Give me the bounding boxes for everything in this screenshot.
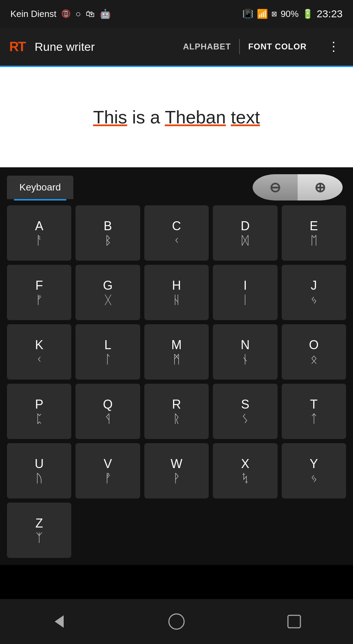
key-j[interactable]: Jᛃ	[282, 265, 346, 320]
key-rune-k: ᚲ	[36, 353, 43, 365]
key-rune-g: ᚷ	[105, 294, 111, 306]
key-letter-h: H	[172, 279, 181, 292]
key-rune-p: ᛈ	[36, 413, 43, 424]
text-display-area[interactable]: This is a Theban text	[0, 67, 353, 167]
key-rune-r: ᚱ	[173, 413, 180, 424]
key-y[interactable]: Yᛃ	[282, 443, 346, 498]
keyboard-grid: AᚨBᛒCᚲDᛞEᛖFᚠGᚷHᚺIᛁJᛃKᚲLᛚMᛗNᚾOᛟPᛈQᛩRᚱSᛊTᛏ…	[0, 202, 353, 565]
key-a[interactable]: Aᚨ	[7, 205, 71, 261]
key-w[interactable]: Wᚹ	[144, 443, 209, 498]
key-rune-u: ᚢ	[36, 472, 43, 484]
key-letter-l: L	[105, 339, 111, 351]
key-rune-d: ᛞ	[242, 234, 248, 246]
key-rune-h: ᚺ	[173, 294, 180, 306]
time-text: 23:23	[317, 8, 343, 20]
key-rune-c: ᚲ	[173, 234, 180, 246]
key-rune-y: ᛃ	[310, 472, 317, 484]
key-c[interactable]: Cᚲ	[144, 205, 209, 261]
key-letter-u: U	[35, 458, 44, 470]
key-v[interactable]: Vᚡ	[75, 443, 140, 498]
back-icon	[50, 613, 68, 631]
key-e[interactable]: Eᛖ	[282, 205, 346, 261]
key-rune-a: ᚨ	[36, 234, 43, 246]
alphabet-button[interactable]: ALPHABET	[175, 38, 239, 55]
toolbar-nav: ALPHABET FONT COLOR	[175, 38, 315, 55]
key-q[interactable]: Qᛩ	[75, 384, 140, 439]
key-u[interactable]: Uᚢ	[7, 443, 71, 498]
key-d[interactable]: Dᛞ	[213, 205, 277, 261]
recents-button[interactable]	[285, 613, 303, 631]
back-button[interactable]	[50, 613, 68, 631]
svg-marker-0	[55, 615, 64, 628]
key-letter-y: Y	[310, 458, 318, 470]
key-rune-j: ᛃ	[310, 294, 317, 306]
status-left: Kein Dienst 📵 ○ 🛍 🤖	[10, 9, 111, 19]
svg-point-1	[169, 614, 184, 629]
more-options-button[interactable]: ⋮	[322, 36, 346, 57]
nav-bar	[0, 599, 353, 644]
key-letter-e: E	[310, 220, 318, 232]
key-r[interactable]: Rᚱ	[144, 384, 209, 439]
zoom-plus-button[interactable]: ⊕	[298, 174, 343, 200]
key-o[interactable]: Oᛟ	[282, 324, 346, 380]
word-this: This	[93, 107, 127, 127]
key-letter-f: F	[35, 279, 43, 292]
word-theban: Theban	[165, 107, 226, 127]
key-letter-m: M	[171, 339, 182, 351]
key-s[interactable]: Sᛊ	[213, 384, 277, 439]
wifi-icon: 📶	[257, 9, 268, 19]
home-icon	[168, 613, 185, 631]
key-p[interactable]: Pᛈ	[7, 384, 71, 439]
key-letter-t: T	[310, 398, 318, 411]
key-h[interactable]: Hᚺ	[144, 265, 209, 320]
key-i[interactable]: Iᛁ	[213, 265, 277, 320]
key-letter-s: S	[241, 398, 249, 411]
key-letter-c: C	[172, 220, 181, 232]
zoom-controls: ⊖ ⊕	[253, 174, 343, 200]
key-rune-w: ᚹ	[173, 472, 180, 484]
key-rune-v: ᚡ	[105, 472, 111, 484]
key-z[interactable]: Zᛉ	[7, 503, 71, 558]
app-title: Rune writer	[35, 40, 168, 54]
key-rune-n: ᚾ	[242, 353, 248, 365]
key-b[interactable]: Bᛒ	[75, 205, 140, 261]
recents-icon	[285, 613, 303, 631]
key-n[interactable]: Nᚾ	[213, 324, 277, 380]
battery-text: 90%	[281, 9, 299, 19]
key-rune-m: ᛗ	[173, 353, 180, 365]
key-rune-z: ᛉ	[36, 532, 43, 543]
logo-text: RT	[9, 39, 26, 54]
zoom-minus-button[interactable]: ⊖	[253, 174, 298, 200]
key-letter-o: O	[309, 339, 319, 351]
key-rune-q: ᛩ	[105, 413, 111, 424]
key-letter-g: G	[103, 279, 113, 292]
keyboard-tab[interactable]: Keyboard	[7, 176, 73, 199]
status-bar: Kein Dienst 📵 ○ 🛍 🤖 📳 📶 ⊠ 90% 🔋 23:23	[0, 0, 353, 28]
key-letter-z: Z	[35, 517, 43, 530]
circle-icon: ○	[75, 9, 81, 19]
zoom-plus-icon: ⊕	[314, 179, 326, 195]
key-letter-x: X	[241, 458, 249, 470]
keyboard-controls: Keyboard ⊖ ⊕	[0, 167, 353, 202]
key-m[interactable]: Mᛗ	[144, 324, 209, 380]
status-right: 📳 📶 ⊠ 90% 🔋 23:23	[242, 8, 343, 20]
key-rune-b: ᛒ	[105, 234, 111, 246]
key-l[interactable]: Lᛚ	[75, 324, 140, 380]
key-letter-d: D	[241, 220, 250, 232]
font-color-button[interactable]: FONT COLOR	[240, 38, 315, 55]
key-g[interactable]: Gᚷ	[75, 265, 140, 320]
key-letter-k: K	[35, 339, 43, 351]
key-t[interactable]: Tᛏ	[282, 384, 346, 439]
key-letter-i: I	[243, 279, 247, 292]
key-letter-v: V	[104, 458, 112, 470]
key-rune-i: ᛁ	[242, 294, 248, 306]
home-button[interactable]	[168, 613, 185, 631]
key-letter-a: A	[35, 220, 43, 232]
key-rune-e: ᛖ	[310, 234, 317, 246]
key-f[interactable]: Fᚠ	[7, 265, 71, 320]
key-rune-t: ᛏ	[310, 413, 317, 424]
key-k[interactable]: Kᚲ	[7, 324, 71, 380]
key-rune-o: ᛟ	[310, 353, 317, 365]
key-x[interactable]: Xᛪ	[213, 443, 277, 498]
key-rune-x: ᛪ	[242, 472, 248, 484]
